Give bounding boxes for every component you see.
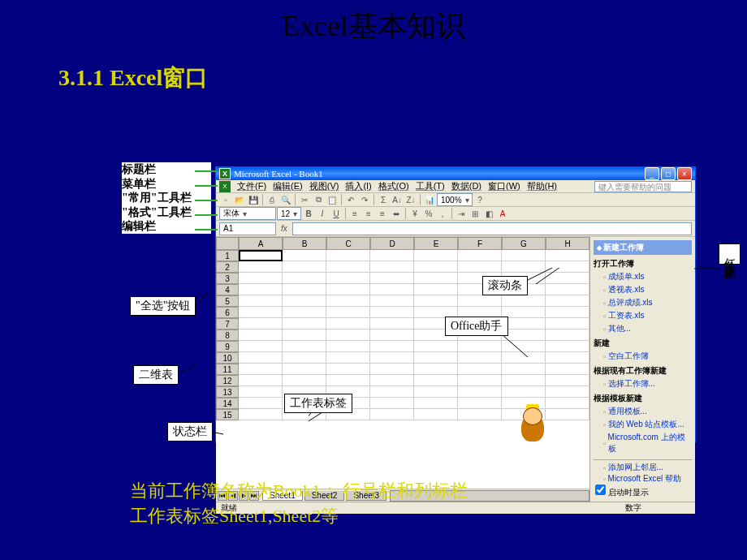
fillcolor-icon[interactable]: ◧ xyxy=(482,207,495,220)
row-9[interactable]: 9 xyxy=(216,341,239,352)
footer-line1: 当前工作簿名称为Book1； 行号栏和列标栏 xyxy=(130,479,468,504)
active-cell[interactable] xyxy=(239,250,283,261)
borders-icon[interactable]: ⊞ xyxy=(468,207,481,220)
row-6[interactable]: 6 xyxy=(216,307,239,318)
save-icon[interactable]: 💾 xyxy=(247,193,260,206)
zoom-select[interactable]: 100% xyxy=(437,193,473,206)
menu-view[interactable]: 视图(V) xyxy=(306,180,343,192)
row-15[interactable]: 15 xyxy=(216,409,239,420)
col-g[interactable]: G xyxy=(502,237,546,250)
paste-icon[interactable]: 📋 xyxy=(326,193,339,206)
label-fmt-toolbar: "格式"工具栏 xyxy=(122,205,211,220)
tp-tpl1[interactable]: 通用模板... xyxy=(594,406,692,417)
tp-file1[interactable]: 成绩单.xls xyxy=(594,271,692,282)
sum-icon[interactable]: Σ xyxy=(377,193,390,206)
cells[interactable] xyxy=(239,250,589,489)
row-14[interactable]: 14 xyxy=(216,398,239,409)
col-d[interactable]: D xyxy=(370,237,414,250)
col-b[interactable]: B xyxy=(283,237,326,250)
section-heading: 3.1.1 Excel窗口 xyxy=(58,62,747,93)
fontcolor-icon[interactable]: A xyxy=(496,207,509,220)
row-11[interactable]: 11 xyxy=(216,364,239,375)
tp-tpl2[interactable]: 我的 Web 站点模板... xyxy=(594,419,692,430)
row-13[interactable]: 13 xyxy=(216,386,239,398)
status-right: 数字 xyxy=(625,502,690,514)
titlebar: X Microsoft Excel - Book1 _ □ × xyxy=(216,167,695,180)
tp-more[interactable]: 其他... xyxy=(594,323,692,334)
menu-format[interactable]: 格式(O) xyxy=(375,180,412,192)
col-f[interactable]: F xyxy=(458,237,502,250)
row-3[interactable]: 3 xyxy=(216,273,239,284)
menu-window[interactable]: 窗口(W) xyxy=(485,180,524,192)
col-e[interactable]: E xyxy=(414,237,458,250)
label-select-all: "全选"按钮 xyxy=(130,296,196,316)
percent-icon[interactable]: % xyxy=(422,207,435,220)
align-right-icon[interactable]: ≡ xyxy=(376,207,389,220)
tp-file4[interactable]: 工资表.xls xyxy=(594,310,692,321)
col-h[interactable]: H xyxy=(546,237,589,250)
align-left-icon[interactable]: ≡ xyxy=(348,207,361,220)
merge-icon[interactable]: ⬌ xyxy=(390,207,403,220)
label-statusbar: 状态栏 xyxy=(167,422,213,442)
redo-icon[interactable]: ↷ xyxy=(358,193,371,206)
font-size-select[interactable]: 12 xyxy=(277,207,301,220)
close-button[interactable]: × xyxy=(677,167,692,180)
align-center-icon[interactable]: ≡ xyxy=(362,207,375,220)
footer-line2: 工作表标签Sheet1,Sheet2等 xyxy=(130,504,468,529)
tp-add-place[interactable]: 添加网上邻居... xyxy=(594,462,692,473)
row-10[interactable]: 10 xyxy=(216,352,239,364)
help-icon[interactable]: ? xyxy=(473,193,486,206)
work-area: A B C D E F G H 123456789101112131415 ⏮ … xyxy=(216,237,695,502)
menu-edit[interactable]: 编辑(E) xyxy=(270,180,306,192)
formula-input[interactable] xyxy=(292,222,692,235)
currency-icon[interactable]: ¥ xyxy=(408,207,421,220)
underline-icon[interactable]: U xyxy=(330,207,343,220)
select-all-corner[interactable] xyxy=(216,237,239,250)
menu-insert[interactable]: 插入(I) xyxy=(342,180,374,192)
tp-startup-checkbox[interactable] xyxy=(595,485,606,495)
label-formulabar: 编辑栏 xyxy=(122,219,211,234)
copy-icon[interactable]: ⧉ xyxy=(312,193,325,206)
tp-excel-help[interactable]: Microsoft Excel 帮助 xyxy=(594,473,692,485)
menu-file[interactable]: 文件(F) xyxy=(234,180,270,192)
menu-tools[interactable]: 工具(T) xyxy=(412,180,448,192)
font-name-select[interactable]: 宋体 xyxy=(219,207,276,220)
menu-data[interactable]: 数据(D) xyxy=(448,180,485,192)
undo-icon[interactable]: ↶ xyxy=(344,193,357,206)
row-7[interactable]: 7 xyxy=(216,318,239,330)
bold-icon[interactable]: B xyxy=(302,207,315,220)
minimize-button[interactable]: _ xyxy=(645,167,659,180)
fx-icon[interactable]: fx xyxy=(281,224,287,233)
help-search[interactable]: 键入需要帮助的问题 xyxy=(594,181,692,192)
maximize-button[interactable]: □ xyxy=(661,167,676,180)
open-icon[interactable]: 📂 xyxy=(233,193,246,206)
office-assistant[interactable] xyxy=(516,407,549,446)
col-a[interactable]: A xyxy=(239,237,283,250)
col-c[interactable]: C xyxy=(326,237,370,250)
row-5[interactable]: 5 xyxy=(216,295,239,307)
tp-file3[interactable]: 总评成绩.xls xyxy=(594,297,692,308)
tp-blank[interactable]: 空白工作簿 xyxy=(594,351,692,362)
sort-desc-icon[interactable]: Z↓ xyxy=(404,193,417,206)
row-12[interactable]: 12 xyxy=(216,375,239,386)
row-1[interactable]: 1 xyxy=(216,250,239,261)
control-icon[interactable]: X xyxy=(219,181,231,192)
tp-tpl3[interactable]: Microsoft.com 上的模板 xyxy=(594,432,692,454)
sort-asc-icon[interactable]: A↓ xyxy=(391,193,404,206)
cut-icon[interactable]: ✂ xyxy=(298,193,311,206)
preview-icon[interactable]: 🔍 xyxy=(279,193,292,206)
indent-icon[interactable]: ⇥ xyxy=(455,207,468,220)
new-icon[interactable]: ▫ xyxy=(219,193,232,206)
italic-icon[interactable]: I xyxy=(316,207,329,220)
menu-help[interactable]: 帮助(H) xyxy=(524,180,560,192)
comma-icon[interactable]: , xyxy=(436,207,449,220)
row-4[interactable]: 4 xyxy=(216,284,239,295)
row-2[interactable]: 2 xyxy=(216,261,239,273)
chart-icon[interactable]: 📊 xyxy=(423,193,436,206)
row-8[interactable]: 8 xyxy=(216,330,239,341)
tp-file2[interactable]: 透视表.xls xyxy=(594,284,692,295)
label-assistant: Office助手 xyxy=(445,317,508,336)
name-box[interactable]: A1 xyxy=(219,222,276,235)
tp-choose[interactable]: 选择工作簿... xyxy=(594,378,692,390)
print-icon[interactable]: ⎙ xyxy=(266,193,279,206)
